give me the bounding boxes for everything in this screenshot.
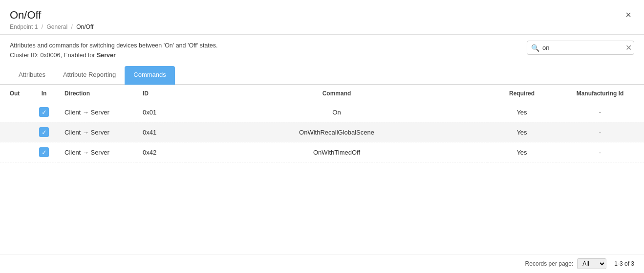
cell-command-2: OnWithTimedOff	[186, 142, 488, 162]
cell-required-1: Yes	[488, 122, 556, 142]
description-line2: Cluster ID: 0x0006, Enabled for Server	[10, 50, 218, 60]
cell-direction-0: Client → Server	[59, 102, 137, 122]
checkbox-in-0[interactable]: ✓	[39, 107, 49, 117]
breadcrumb: Endpoint 1 / General / On/Off	[10, 23, 93, 30]
col-header-command: Command	[186, 85, 488, 102]
col-header-direction: Direction	[59, 85, 137, 102]
cell-id-2: 0x42	[137, 142, 186, 162]
close-button[interactable]: ×	[623, 9, 634, 21]
checkbox-in-1[interactable]: ✓	[39, 127, 49, 137]
breadcrumb-sep-2: /	[71, 23, 72, 30]
breadcrumb-item-1[interactable]: Endpoint 1	[10, 23, 38, 30]
tab-attributes[interactable]: Attributes	[10, 66, 54, 85]
search-box: 🔍 ✕	[527, 41, 634, 55]
table-header-row: Out In Direction ID Command Required Man…	[0, 85, 644, 102]
breadcrumb-item-2[interactable]: General	[46, 23, 67, 30]
description-row: Attributes and commands for switching de…	[0, 35, 644, 62]
cell-out-1	[0, 122, 29, 142]
cell-command-0: On	[186, 102, 488, 122]
checkbox-in-2[interactable]: ✓	[39, 147, 49, 157]
table-row: ✓ Client → Server 0x41 OnWithRecallGloba…	[0, 122, 644, 142]
modal-header: On/Off Endpoint 1 / General / On/Off ×	[0, 0, 644, 35]
description-text: Attributes and commands for switching de…	[10, 41, 218, 60]
description-line2-prefix: Cluster ID: 0x0006, Enabled for	[10, 52, 97, 59]
modal: On/Off Endpoint 1 / General / On/Off × A…	[0, 0, 644, 273]
cell-in-1[interactable]: ✓	[29, 122, 59, 142]
tab-attribute-reporting[interactable]: Attribute Reporting	[54, 66, 125, 85]
description-line2-bold: Server	[97, 52, 116, 59]
table-row: ✓ Client → Server 0x01 On Yes -	[0, 102, 644, 122]
cell-direction-2: Client → Server	[59, 142, 137, 162]
cell-mfg-0: -	[556, 102, 644, 122]
commands-table: Out In Direction ID Command Required Man…	[0, 85, 644, 162]
clear-search-button[interactable]: ✕	[624, 43, 633, 52]
search-input[interactable]	[542, 44, 624, 51]
cell-id-0: 0x01	[137, 102, 186, 122]
cell-required-2: Yes	[488, 142, 556, 162]
records-per-page-label: Records per page:	[525, 260, 574, 267]
table-container: Out In Direction ID Command Required Man…	[0, 85, 644, 254]
cell-id-1: 0x41	[137, 122, 186, 142]
cell-mfg-1: -	[556, 122, 644, 142]
search-icon: 🔍	[531, 44, 539, 52]
cell-required-0: Yes	[488, 102, 556, 122]
col-header-out: Out	[0, 85, 29, 102]
per-page-select[interactable]: All	[577, 258, 606, 269]
tab-commands[interactable]: Commands	[125, 66, 174, 85]
cell-out-2	[0, 142, 29, 162]
cell-mfg-2: -	[556, 142, 644, 162]
table-footer: Records per page: All 1-3 of 3	[0, 254, 644, 273]
modal-title: On/Off	[10, 9, 93, 22]
col-header-required: Required	[488, 85, 556, 102]
table-row: ✓ Client → Server 0x42 OnWithTimedOff Ye…	[0, 142, 644, 162]
col-header-mfg: Manufacturing Id	[556, 85, 644, 102]
col-header-id: ID	[137, 85, 186, 102]
cell-direction-1: Client → Server	[59, 122, 137, 142]
tabs-bar: Attributes Attribute Reporting Commands	[0, 66, 644, 85]
header-left: On/Off Endpoint 1 / General / On/Off	[10, 9, 93, 30]
breadcrumb-sep-1: /	[42, 23, 43, 30]
cell-in-0[interactable]: ✓	[29, 102, 59, 122]
cell-in-2[interactable]: ✓	[29, 142, 59, 162]
pagination-range: 1-3 of 3	[614, 260, 634, 267]
description-line1: Attributes and commands for switching de…	[10, 41, 218, 50]
cell-command-1: OnWithRecallGlobalScene	[186, 122, 488, 142]
breadcrumb-item-3: On/Off	[76, 23, 93, 30]
col-header-in: In	[29, 85, 59, 102]
cell-out-0	[0, 102, 29, 122]
